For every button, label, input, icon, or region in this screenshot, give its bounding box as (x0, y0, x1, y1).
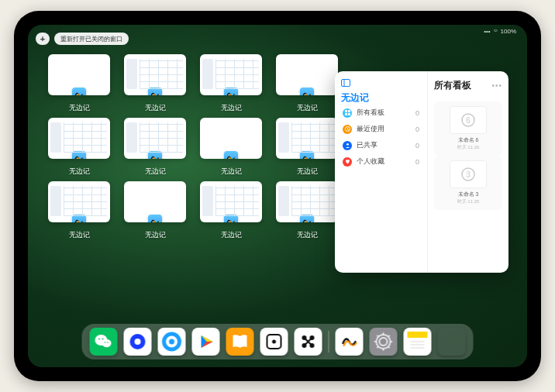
window-thumbnail (48, 118, 110, 159)
people-icon (343, 141, 352, 150)
popover-boards: 所有看板 ••• 6 未命名 6 昨天 11:26 3 未命名 3 昨天 11:… (428, 71, 508, 273)
dock-separator (329, 331, 329, 352)
svg-point-21 (169, 339, 174, 345)
window-label: 无边记 (69, 167, 90, 177)
dock-connect-icon[interactable] (295, 328, 322, 356)
window-thumbnail (200, 54, 262, 95)
window-label: 无边记 (221, 167, 242, 177)
sidebar-item-count: 0 (415, 109, 419, 117)
freeform-icon (72, 215, 86, 222)
sidebar-item[interactable]: 最近使用 0 (341, 121, 421, 137)
window-label: 无边记 (145, 103, 166, 113)
window-label: 无边记 (297, 230, 318, 240)
wifi-icon: ⌔ (494, 28, 498, 35)
svg-line-34 (377, 346, 378, 348)
sidebar-item-count: 0 (415, 142, 419, 150)
app-window[interactable]: 无边记 (48, 181, 110, 240)
app-switcher-grid: 无边记 无边记 无边记 无边记 无边记 无边记 无边记 无边记 (48, 54, 338, 240)
dock-notes-icon[interactable] (404, 328, 432, 356)
board-label: 未命名 6 (458, 136, 479, 144)
dock (82, 324, 474, 359)
freeform-icon (224, 88, 238, 95)
window-label: 无边记 (69, 103, 90, 113)
svg-rect-0 (342, 80, 350, 87)
window-thumbnail (276, 118, 338, 159)
add-window-button[interactable]: + (36, 33, 50, 45)
board-card[interactable]: 6 未命名 6 昨天 11:26 (434, 101, 502, 156)
freeform-icon (300, 215, 314, 222)
freeform-popover: 无边记 所有看板 0 最近使用 0 已共享 0 个人收藏 0 所有看板 ••• … (335, 71, 508, 273)
app-window[interactable]: 无边记 (200, 54, 262, 113)
popover-left-title: 无边记 (341, 91, 421, 105)
dock-browser2-icon[interactable] (158, 328, 186, 356)
dock-multi-icon[interactable] (438, 328, 466, 356)
svg-point-19 (135, 339, 141, 345)
svg-rect-3 (348, 110, 350, 112)
svg-point-29 (377, 335, 391, 349)
app-window[interactable]: 无边记 (124, 181, 186, 240)
dock-freeform-icon[interactable] (336, 328, 364, 356)
dock-books-icon[interactable] (226, 328, 254, 356)
window-thumbnail (48, 181, 110, 222)
freeform-icon (300, 88, 314, 95)
svg-text:3: 3 (466, 170, 471, 179)
svg-text:6: 6 (466, 116, 471, 125)
status-bar: ••• ⌔ 100% (484, 28, 516, 35)
sidebar-item[interactable]: 个人收藏 0 (341, 153, 421, 170)
window-label: 无边记 (145, 230, 166, 240)
svg-rect-5 (348, 113, 350, 115)
sidebar-item-label: 所有看板 (357, 108, 384, 118)
board-sublabel: 昨天 11:26 (457, 144, 480, 151)
svg-line-32 (388, 346, 390, 348)
window-icon (341, 79, 421, 88)
sidebar-item[interactable]: 所有看板 0 (341, 105, 421, 121)
sidebar-item-label: 最近使用 (357, 124, 384, 134)
board-card[interactable]: 3 未命名 3 昨天 11:25 (434, 156, 502, 210)
app-window[interactable]: 无边记 (200, 118, 262, 177)
window-label: 无边记 (297, 167, 318, 177)
board-sublabel: 昨天 11:25 (457, 198, 480, 205)
clock-icon (343, 125, 352, 134)
reopen-closed-window-button[interactable]: 重新打开已关闭的窗口 (54, 33, 129, 45)
dock-settings-icon[interactable] (370, 328, 398, 356)
app-window[interactable]: 无边记 (276, 181, 338, 240)
more-icon[interactable]: ••• (491, 81, 502, 90)
board-label: 未命名 3 (458, 191, 479, 198)
window-thumbnail (48, 54, 110, 95)
app-window[interactable]: 无边记 (276, 118, 338, 177)
dock-dice-icon[interactable] (260, 328, 288, 356)
freeform-icon (148, 215, 162, 222)
svg-rect-4 (345, 113, 347, 115)
screen: ••• ⌔ 100% + 重新打开已关闭的窗口 无边记 无边记 无边记 无边记 … (28, 25, 527, 367)
svg-point-23 (272, 340, 276, 344)
freeform-icon (148, 151, 162, 159)
svg-rect-2 (345, 110, 347, 112)
svg-point-16 (105, 342, 106, 343)
window-thumbnail (276, 54, 338, 95)
window-thumbnail (124, 118, 186, 159)
window-label: 无边记 (221, 230, 242, 240)
board-thumbnail: 6 (450, 106, 487, 134)
board-thumbnail: 3 (450, 160, 487, 188)
svg-line-36 (377, 335, 378, 337)
svg-point-14 (98, 339, 100, 340)
freeform-icon (300, 151, 314, 159)
app-window[interactable]: 无边记 (200, 181, 262, 240)
freeform-icon (72, 151, 86, 159)
ipad-device: ••• ⌔ 100% + 重新打开已关闭的窗口 无边记 无边记 无边记 无边记 … (14, 11, 541, 381)
battery-label: 100% (501, 28, 516, 35)
sidebar-item[interactable]: 已共享 0 (341, 137, 421, 153)
window-label: 无边记 (69, 230, 90, 240)
dock-play-icon[interactable] (192, 328, 220, 356)
app-window[interactable]: 无边记 (48, 54, 110, 113)
svg-point-13 (102, 339, 112, 348)
dock-browser1-icon[interactable] (124, 328, 152, 356)
app-window[interactable]: 无边记 (124, 54, 186, 113)
app-window[interactable]: 无边记 (48, 118, 110, 177)
dock-wechat-icon[interactable] (90, 328, 118, 356)
window-thumbnail (276, 181, 338, 222)
app-window[interactable]: 无边记 (276, 54, 338, 113)
app-window[interactable]: 无边记 (124, 118, 186, 177)
window-label: 无边记 (221, 103, 242, 113)
svg-line-38 (388, 335, 390, 337)
